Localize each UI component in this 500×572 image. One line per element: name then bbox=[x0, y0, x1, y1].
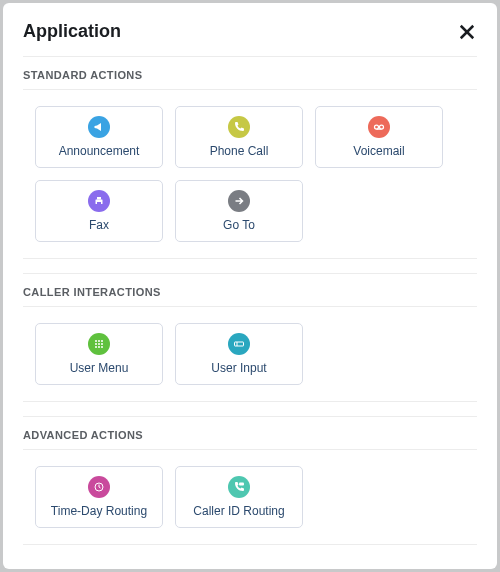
svg-point-12 bbox=[98, 343, 100, 345]
svg-rect-17 bbox=[235, 342, 244, 346]
action-caller-id-routing[interactable]: Caller ID Routing bbox=[175, 466, 303, 528]
action-label: Announcement bbox=[59, 144, 140, 158]
clock-icon bbox=[88, 476, 110, 498]
section-advanced-actions: ADVANCED ACTIONS Time-Day Routing Caller… bbox=[23, 416, 477, 545]
action-goto[interactable]: Go To bbox=[175, 180, 303, 242]
phone-icon bbox=[228, 116, 250, 138]
voicemail-icon bbox=[368, 116, 390, 138]
action-time-day-routing[interactable]: Time-Day Routing bbox=[35, 466, 163, 528]
svg-point-8 bbox=[95, 340, 97, 342]
action-label: Time-Day Routing bbox=[51, 504, 147, 518]
svg-point-14 bbox=[95, 346, 97, 348]
svg-point-10 bbox=[101, 340, 103, 342]
keypad-icon bbox=[88, 333, 110, 355]
svg-rect-6 bbox=[97, 197, 101, 200]
svg-point-11 bbox=[95, 343, 97, 345]
fax-icon bbox=[88, 190, 110, 212]
action-announcement[interactable]: Announcement bbox=[35, 106, 163, 168]
advanced-actions-grid: Time-Day Routing Caller ID Routing bbox=[23, 466, 477, 528]
application-panel: Application STANDARD ACTIONS Announcemen… bbox=[3, 3, 497, 569]
caller-interactions-grid: User Menu User Input bbox=[23, 323, 477, 385]
action-label: User Input bbox=[211, 361, 266, 375]
action-label: Voicemail bbox=[353, 144, 404, 158]
svg-point-9 bbox=[98, 340, 100, 342]
action-label: User Menu bbox=[70, 361, 129, 375]
close-icon bbox=[457, 22, 477, 42]
action-label: Phone Call bbox=[210, 144, 269, 158]
action-voicemail[interactable]: Voicemail bbox=[315, 106, 443, 168]
action-user-input[interactable]: User Input bbox=[175, 323, 303, 385]
section-standard-actions: STANDARD ACTIONS Announcement Phone Call… bbox=[23, 56, 477, 259]
section-heading-caller: CALLER INTERACTIONS bbox=[23, 274, 477, 307]
megaphone-icon bbox=[88, 116, 110, 138]
section-caller-interactions: CALLER INTERACTIONS User Menu User Input bbox=[23, 273, 477, 402]
svg-rect-20 bbox=[239, 483, 244, 486]
section-heading-advanced: ADVANCED ACTIONS bbox=[23, 417, 477, 450]
svg-point-16 bbox=[101, 346, 103, 348]
page-title: Application bbox=[23, 21, 121, 42]
action-label: Fax bbox=[89, 218, 109, 232]
action-label: Caller ID Routing bbox=[193, 504, 284, 518]
panel-header: Application bbox=[23, 3, 477, 56]
action-phone-call[interactable]: Phone Call bbox=[175, 106, 303, 168]
svg-point-15 bbox=[98, 346, 100, 348]
caller-id-icon bbox=[228, 476, 250, 498]
section-heading-standard: STANDARD ACTIONS bbox=[23, 57, 477, 90]
svg-point-13 bbox=[101, 343, 103, 345]
input-icon bbox=[228, 333, 250, 355]
action-fax[interactable]: Fax bbox=[35, 180, 163, 242]
close-button[interactable] bbox=[457, 22, 477, 42]
standard-actions-grid: Announcement Phone Call Voicemail Fax bbox=[23, 106, 477, 242]
action-label: Go To bbox=[223, 218, 255, 232]
arrow-right-icon bbox=[228, 190, 250, 212]
svg-rect-7 bbox=[97, 202, 101, 205]
action-user-menu[interactable]: User Menu bbox=[35, 323, 163, 385]
